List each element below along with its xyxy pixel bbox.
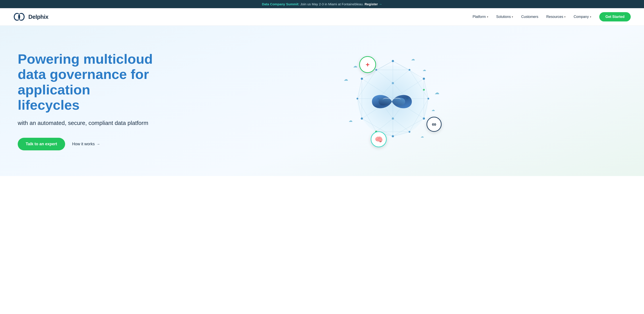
cloud-icon-8: ☁ — [344, 77, 348, 82]
announcement-banner: Data Company Summit: Join us May 2-3 in … — [0, 0, 644, 8]
nav-company-label: Company — [574, 15, 589, 19]
nav-item-solutions[interactable]: Solutions ▾ — [496, 15, 513, 19]
main-nav: Platform ▾ Solutions ▾ Customers Resourc… — [472, 12, 631, 21]
cloud-icon-5: ☁ — [420, 135, 424, 139]
banner-register-link[interactable]: Register — [364, 2, 378, 6]
nav-item-resources[interactable]: Resources ▾ — [546, 15, 566, 19]
logo-text: Delphix — [28, 13, 48, 20]
cloud-icon-1: ☁ — [353, 63, 358, 69]
hero-subtitle: with an automated, secure, compliant dat… — [18, 119, 155, 127]
resources-chevron-icon: ▾ — [564, 15, 566, 18]
nav-item-platform[interactable]: Platform ▾ — [472, 15, 488, 19]
how-it-works-arrow-icon: → — [96, 142, 100, 146]
solutions-chevron-icon: ▾ — [512, 15, 513, 18]
nav-item-customers[interactable]: Customers — [521, 15, 538, 19]
svg-point-38 — [392, 60, 394, 62]
cloud-icon-3: ☁ — [411, 57, 415, 61]
nav-solutions-label: Solutions — [496, 15, 511, 19]
plus-icon: + — [366, 61, 370, 68]
nav-resources-label: Resources — [546, 15, 563, 19]
center-infinity-logo — [368, 82, 416, 122]
svg-point-39 — [423, 78, 425, 80]
platform-chevron-icon: ▾ — [487, 15, 488, 18]
nav-item-company[interactable]: Company ▾ — [574, 15, 591, 19]
cloud-icon-7: ☁ — [432, 108, 435, 112]
nav-customers-label: Customers — [521, 15, 538, 19]
nav-platform-label: Platform — [472, 15, 486, 19]
how-it-works-label: How it works — [72, 142, 95, 146]
infinity-badge: ∞ — [426, 117, 442, 132]
company-chevron-icon: ▾ — [590, 15, 591, 18]
hero-section: Powering multicloud data governance for … — [0, 26, 644, 176]
medical-plus-badge: + — [359, 56, 376, 73]
infinity-icon: ∞ — [432, 121, 436, 128]
logo[interactable]: Delphix — [13, 12, 48, 21]
brain-icon: 🧠 — [375, 136, 383, 143]
network-sphere: + ∞ 🧠 ☁ ☁ ☁ ☁ ☁ ☁ ☁ ☁ — [340, 50, 446, 152]
banner-event-name: Data Company Summit: — [262, 2, 300, 6]
banner-arrow-icon: → — [379, 2, 382, 6]
svg-point-4 — [18, 14, 20, 19]
cloud-icon-4: ☁ — [348, 118, 352, 123]
logo-icon — [13, 12, 26, 21]
hero-title: Powering multicloud data governance for … — [18, 51, 155, 113]
cloud-icon-6: ☁ — [434, 90, 439, 96]
hero-content: Powering multicloud data governance for … — [18, 51, 155, 150]
banner-text: Join us May 2-3 in Miami at Fontaineblea… — [300, 2, 364, 6]
get-started-button[interactable]: Get Started — [599, 12, 631, 21]
main-header: Delphix Platform ▾ Solutions ▾ Customers… — [0, 8, 644, 26]
hero-graphic: + ∞ 🧠 ☁ ☁ ☁ ☁ ☁ ☁ ☁ ☁ — [155, 45, 631, 156]
brain-badge: 🧠 — [371, 131, 387, 147]
hero-actions: Talk to an expert How it works → — [18, 138, 155, 150]
cloud-icon-2: ☁ — [422, 68, 426, 72]
how-it-works-link[interactable]: How it works → — [72, 142, 100, 146]
svg-point-42 — [361, 78, 363, 80]
talk-to-expert-button[interactable]: Talk to an expert — [18, 138, 65, 150]
